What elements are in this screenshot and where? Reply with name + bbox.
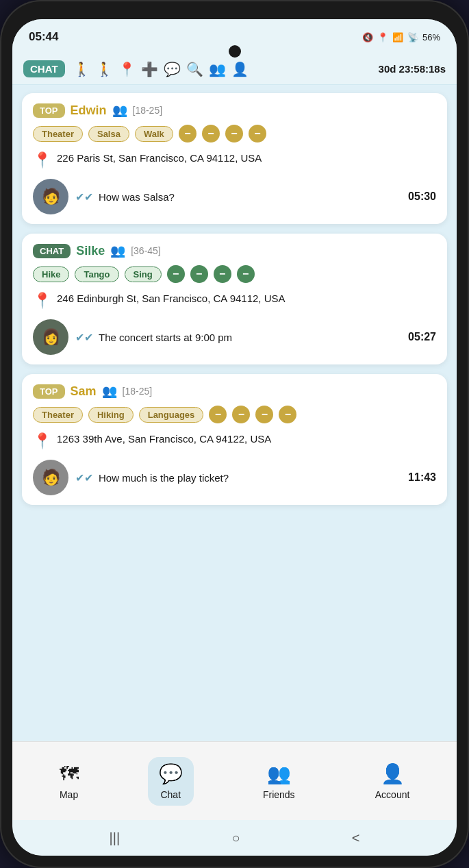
nav-label-chat: Chat [160, 789, 181, 800]
gesture-bar: ||| ○ < [12, 820, 457, 856]
gesture-circle-icon: ○ [231, 830, 240, 846]
message-time-silke: 05:27 [408, 331, 436, 343]
tag-walk-edwin[interactable]: Walk [135, 126, 173, 142]
user-name-edwin: Edwin [71, 103, 107, 118]
group-icon-silke: 👥 [110, 243, 125, 258]
chat-card-silke[interactable]: CHAT Silke 👥 [36-45] Hike Tango Sing − −… [22, 234, 447, 364]
avatar-placeholder-edwin: 🧑 [42, 188, 60, 206]
message-content-sam: ✔✔ How much is the play ticket? [75, 471, 408, 484]
chat-card-sam[interactable]: TOP Sam 👥 [18-25] Theater Hiking Languag… [22, 374, 447, 505]
minus-btn-1-edwin[interactable]: − [179, 125, 197, 142]
card-header-edwin: TOP Edwin 👥 [18-25] [33, 103, 436, 118]
message-content-silke: ✔✔ The concert starts at 9:00 pm [75, 331, 408, 344]
add-person-icon[interactable]: ➕ [141, 61, 158, 77]
chat-card-edwin[interactable]: TOP Edwin 👥 [18-25] Theater Salsa Walk −… [22, 93, 447, 224]
location-pin-silke: 📍 [33, 292, 51, 310]
nav-label-map: Map [60, 789, 78, 800]
card-header-sam: TOP Sam 👥 [18-25] [33, 384, 436, 399]
phone-screen: 05:44 🔇 📍 📶 📡 56% CHAT 🚶 🚶 📍 ➕ 💬 [12, 19, 457, 856]
person-icon[interactable]: 🚶 [73, 61, 90, 77]
tags-row-silke: Hike Tango Sing − − − − [33, 265, 436, 283]
tag-theater-edwin[interactable]: Theater [33, 126, 83, 142]
chat-badge: CHAT [23, 60, 65, 77]
minus-btn-4-silke[interactable]: − [237, 265, 255, 283]
user-name-sam: Sam [71, 384, 97, 399]
message-time-edwin: 05:30 [408, 190, 436, 203]
nav-item-account[interactable]: 👤 Account [364, 757, 421, 806]
message-text-edwin: How was Salsa? [99, 191, 175, 203]
message-content-edwin: ✔✔ How was Salsa? [75, 190, 408, 203]
tags-row-sam: Theater Hiking Languages − − − − [33, 406, 436, 423]
location-icon: 📍 [377, 32, 388, 42]
tag-tango-silke[interactable]: Tango [75, 266, 118, 282]
pin-icon[interactable]: 📍 [118, 61, 136, 77]
checkmark-sam: ✔✔ [75, 471, 93, 484]
bottom-nav: 🗺 Map 💬 Chat 👥 Friends 👤 Account [12, 741, 457, 820]
location-pin-sam: 📍 [33, 432, 51, 450]
checkmark-edwin: ✔✔ [75, 190, 93, 203]
nav-item-map[interactable]: 🗺 Map [49, 757, 90, 806]
minus-btn-1-silke[interactable]: − [167, 265, 185, 283]
card-header-silke: CHAT Silke 👥 [36-45] [33, 243, 436, 258]
minus-btn-3-edwin[interactable]: − [225, 125, 243, 142]
nav-label-account: Account [375, 789, 410, 800]
minus-btn-2-sam[interactable]: − [232, 406, 250, 423]
badge-chat-silke: CHAT [33, 244, 71, 258]
age-range-silke: [36-45] [131, 245, 161, 256]
minus-btn-4-edwin[interactable]: − [249, 125, 266, 142]
search-icon[interactable]: 🔍 [186, 61, 203, 77]
profile-icon[interactable]: 👤 [231, 61, 249, 77]
account-icon: 👤 [381, 762, 405, 785]
tag-sing-silke[interactable]: Sing [125, 266, 162, 282]
group-icon-sam: 👥 [102, 384, 117, 399]
nav-label-friends: Friends [263, 789, 295, 800]
age-range-sam: [18-25] [123, 386, 153, 397]
nav-item-friends[interactable]: 👥 Friends [252, 757, 306, 806]
header-timer: 30d 23:58:18s [379, 63, 446, 75]
signal-icon: 📡 [407, 32, 418, 42]
message-row-silke: 👩 ✔✔ The concert starts at 9:00 pm 05:27 [33, 319, 436, 355]
nav-item-chat[interactable]: 💬 Chat [148, 757, 194, 806]
battery-text: 56% [422, 32, 440, 42]
age-range-edwin: [18-25] [133, 105, 163, 116]
tag-hiking-sam[interactable]: Hiking [88, 407, 134, 423]
message-text-sam: How much is the play ticket? [99, 472, 229, 484]
location-row-silke: 📍 246 Edinburgh St, San Francisco, CA 94… [33, 291, 436, 310]
location-row-sam: 📍 1263 39th Ave, San Francisco, CA 94122… [33, 432, 436, 450]
tag-languages-sam[interactable]: Languages [139, 407, 204, 423]
map-icon: 🗺 [60, 762, 79, 785]
minus-btn-2-silke[interactable]: − [190, 265, 208, 283]
header-icons: 🚶 🚶 📍 ➕ 💬 🔍 👥 👤 [73, 61, 249, 77]
minus-btn-3-silke[interactable]: − [214, 265, 231, 283]
minus-btn-3-sam[interactable]: − [255, 406, 273, 423]
avatar-edwin: 🧑 [33, 179, 68, 214]
badge-top-edwin: TOP [33, 103, 65, 118]
message-text-silke: The concert starts at 9:00 pm [99, 332, 232, 343]
location-text-silke: 246 Edinburgh St, San Francisco, CA 9411… [57, 291, 286, 306]
group-icon-edwin: 👥 [112, 103, 127, 118]
person-outline-icon[interactable]: 🚶 [96, 61, 113, 77]
minus-btn-2-edwin[interactable]: − [202, 125, 220, 142]
wifi-icon: 📶 [392, 32, 403, 42]
camera-notch [229, 45, 241, 58]
location-row-edwin: 📍 226 Paris St, San Francisco, CA 94112,… [33, 151, 436, 169]
message-row-sam: 🧑 ✔✔ How much is the play ticket? 11:43 [33, 460, 436, 495]
main-content: TOP Edwin 👥 [18-25] Theater Salsa Walk −… [12, 85, 457, 741]
group-icon[interactable]: 👥 [209, 61, 226, 77]
avatar-sam: 🧑 [33, 460, 68, 495]
location-text-edwin: 226 Paris St, San Francisco, CA 94112, U… [57, 151, 262, 165]
avatar-placeholder-sam: 🧑 [42, 469, 60, 486]
phone-frame: 05:44 🔇 📍 📶 📡 56% CHAT 🚶 🚶 📍 ➕ 💬 [0, 0, 469, 868]
tag-salsa-edwin[interactable]: Salsa [88, 126, 129, 142]
minus-btn-1-sam[interactable]: − [209, 406, 227, 423]
message-time-sam: 11:43 [408, 471, 436, 484]
checkmark-silke: ✔✔ [75, 331, 93, 344]
message-icon[interactable]: 💬 [164, 61, 181, 77]
gesture-back-icon: < [352, 830, 360, 846]
location-text-sam: 1263 39th Ave, San Francisco, CA 94122, … [57, 432, 271, 446]
gesture-lines-icon: ||| [110, 830, 121, 846]
tag-theater-sam[interactable]: Theater [33, 407, 83, 423]
tag-hike-silke[interactable]: Hike [33, 266, 69, 282]
minus-btn-4-sam[interactable]: − [279, 406, 296, 423]
app-header: CHAT 🚶 🚶 📍 ➕ 💬 🔍 👥 👤 30d 23:58:18s [12, 55, 457, 85]
